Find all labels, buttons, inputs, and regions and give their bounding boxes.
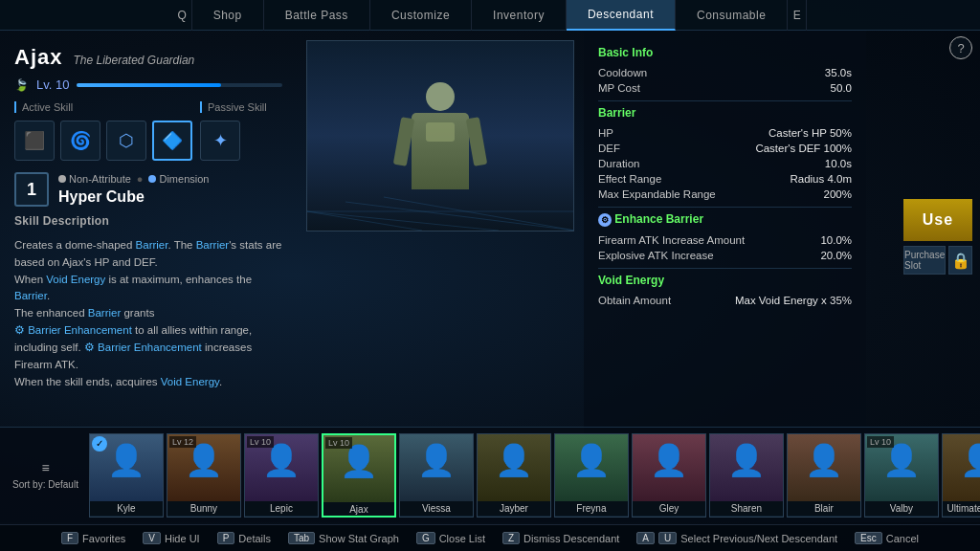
action-panel: Use Purchase Slot 🔒 <box>896 191 980 282</box>
nav-customize[interactable]: Customize <box>370 0 472 31</box>
duration-row: Duration 10.0s <box>598 156 852 171</box>
hotkey-close-list: G Close List <box>416 532 485 544</box>
exp-fill <box>77 83 220 87</box>
u-key: U <box>658 532 677 544</box>
g-key: G <box>416 532 435 544</box>
char-card-gley[interactable]: 👤 Gley <box>632 433 706 518</box>
obtain-label: Obtain Amount <box>598 295 671 306</box>
nav-q-key[interactable]: Q <box>173 0 192 31</box>
arena-grid <box>307 192 573 231</box>
tab-key: Tab <box>288 532 315 544</box>
nav-e-key[interactable]: E <box>788 0 807 31</box>
passive-slot-1[interactable]: ✦ <box>200 121 240 161</box>
svg-line-1 <box>345 202 573 231</box>
valby-level: Lv 10 <box>867 436 894 448</box>
nav-shop[interactable]: Shop <box>192 0 264 31</box>
skill-attributes: Non-Attribute ● Dimension <box>58 173 209 185</box>
characters-bar: ≡ Sort by: Default ✓ 👤 Kyle Lv 12 👤 Bunn… <box>0 427 980 522</box>
explosive-label: Explosive ATK Increase <box>598 250 714 261</box>
dimension-icon <box>148 175 156 183</box>
cooldown-value: 35.0s <box>825 67 852 78</box>
char-card-sharen[interactable]: 👤 Sharen <box>709 433 784 518</box>
nav-descendant[interactable]: Descendant <box>567 0 676 31</box>
z-key: Z <box>502 532 520 544</box>
hotkey-stat-graph[interactable]: Tab Show Stat Graph <box>288 532 399 544</box>
char-card-jayber[interactable]: 👤 Jayber <box>477 433 551 518</box>
skill-slot-4[interactable]: 🔷 <box>152 121 192 161</box>
active-skill-label: Active Skill <box>14 101 192 113</box>
hotkey-favorites: F Favorites <box>61 532 125 544</box>
char-card-valby[interactable]: Lv 10 👤 Valby <box>864 433 939 518</box>
non-attribute-icon <box>58 175 66 183</box>
lock-button[interactable]: 🔒 <box>948 246 972 275</box>
bunny-avatar: Lv 12 👤 <box>167 434 240 501</box>
p-key: P <box>217 532 235 544</box>
viessa-figure: 👤 <box>400 434 473 478</box>
void-energy-ref-2: Void Energy <box>161 376 219 387</box>
nav-inventory[interactable]: Inventory <box>472 0 567 31</box>
use-button[interactable]: Use <box>903 199 972 241</box>
chest-armor <box>426 122 455 142</box>
character-subtitle: The Liberated Guardian <box>73 54 194 67</box>
skill-description: Creates a dome-shaped Barrier. The Barri… <box>14 237 282 390</box>
char-card-blair[interactable]: 👤 Blair <box>787 433 861 518</box>
skill-slot-2[interactable]: 🌀 <box>60 121 100 161</box>
firearm-row: Firearm ATK Increase Amount 10.0% <box>598 232 852 248</box>
ajax-level: Lv 10 <box>325 437 352 449</box>
ajax-name: Ajax <box>323 502 394 517</box>
purchase-row: Purchase Slot 🔒 <box>903 246 972 275</box>
barrier-enhancement-ref-2: ⚙ Barrier Enhancement <box>84 342 202 353</box>
hotkey-select-prev-next: A U Select Previous/Next Descendant <box>636 532 837 544</box>
gley-name: Gley <box>633 501 705 516</box>
max-expand-row: Max Expandable Range 200% <box>598 187 852 202</box>
hotkey-bar: F Favorites V Hide UI P Details Tab Show… <box>0 524 980 551</box>
hotkey-details: P Details <box>217 532 271 544</box>
passive-icon-1: ✦ <box>213 130 228 151</box>
effect-range-label: Effect Range <box>598 173 661 185</box>
cancel-label: Cancel <box>886 533 919 544</box>
kyle-avatar: ✓ 👤 <box>90 434 163 501</box>
char-card-lepic[interactable]: Lv 10 👤 Lepic <box>244 433 319 518</box>
divider-1 <box>598 100 852 101</box>
skill-meta: Non-Attribute ● Dimension Hyper Cube <box>58 173 209 206</box>
passive-skill-label: Passive Skill <box>200 101 282 113</box>
top-navigation: Q Shop Battle Pass Customize Inventory D… <box>0 0 980 31</box>
active-skills-row: ⬛ 🌀 ⬡ 🔷 <box>14 121 192 161</box>
skill-detail-area: 1 Non-Attribute ● Dimension Hyper Cub <box>14 172 282 390</box>
jayber-name: Jayber <box>478 501 550 516</box>
favorites-label: Favorites <box>82 533 125 544</box>
ultimate-lepic-figure: 👤 <box>943 434 980 478</box>
jayber-figure: 👤 <box>478 434 550 478</box>
char-card-ultimate-lepic[interactable]: 👤 Ultimate Lepi... <box>942 433 980 518</box>
purchase-slot-button[interactable]: Purchase Slot <box>903 246 946 275</box>
barrier-ref-3: Barrier <box>14 290 47 301</box>
viessa-avatar: 👤 <box>400 434 473 501</box>
character-head <box>426 82 455 111</box>
nav-battlepass[interactable]: Battle Pass <box>264 0 370 31</box>
char-card-ajax[interactable]: Lv 10 👤 Ajax <box>322 433 396 518</box>
f-key: F <box>61 532 78 544</box>
char-card-viessa[interactable]: 👤 Viessa <box>399 433 474 518</box>
char-card-freyna[interactable]: 👤 Freyna <box>554 433 629 518</box>
duration-value: 10.0s <box>825 158 852 169</box>
sort-label: Sort by: Default <box>12 479 78 490</box>
nav-consumable[interactable]: Consumable <box>676 0 788 31</box>
obtain-row: Obtain Amount Max Void Energy x 35% <box>598 293 852 308</box>
char-card-bunny[interactable]: Lv 12 👤 Bunny <box>167 433 241 518</box>
char-card-kyle[interactable]: ✓ 👤 Kyle <box>89 433 164 518</box>
lepic-avatar: Lv 10 👤 <box>245 434 318 501</box>
skill-attr-dimension: Dimension <box>148 173 209 185</box>
lepic-level: Lv 10 <box>247 436 274 448</box>
passive-skills-row: ✦ <box>200 121 282 161</box>
hide-ui-label: Hide UI <box>165 533 200 544</box>
stat-graph-label: Show Stat Graph <box>319 533 399 544</box>
skill-slot-3[interactable]: ⬡ <box>106 121 146 161</box>
bunny-level: Lv 12 <box>169 436 196 448</box>
kyle-equipped-icon: ✓ <box>92 436 107 452</box>
kyle-name: Kyle <box>90 501 163 516</box>
skill-description-header: Skill Description <box>14 214 282 228</box>
sort-button[interactable]: ≡ Sort by: Default <box>5 456 86 494</box>
skill-slot-1[interactable]: ⬛ <box>14 121 55 161</box>
void-energy-title: Void Energy <box>598 274 852 287</box>
skills-section: Active Skill ⬛ 🌀 ⬡ 🔷 P <box>14 101 282 161</box>
